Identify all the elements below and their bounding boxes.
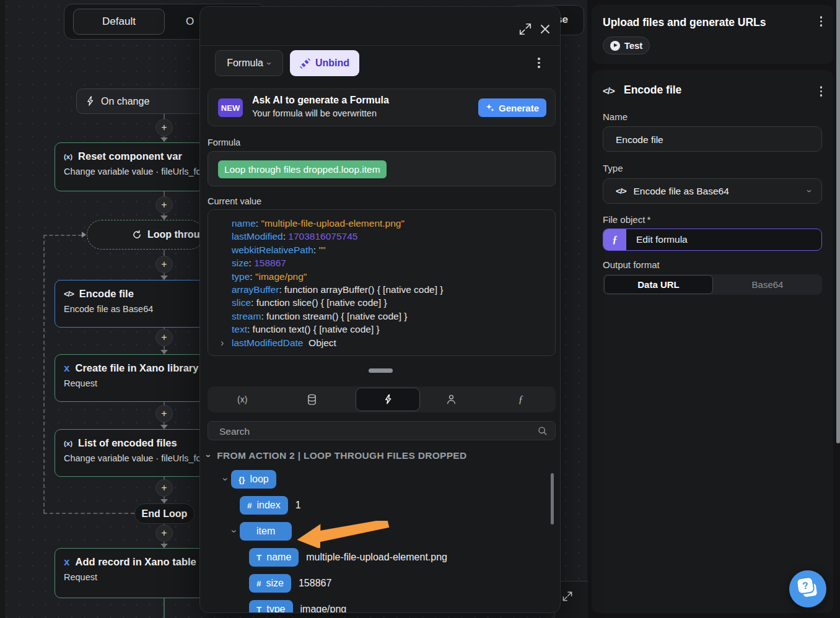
code-line: text: function text() { [native code] } [208, 323, 555, 336]
edit-formula-label: Edit formula [626, 229, 688, 250]
section-header[interactable]: › FROM ACTION 2 | LOOP THROUGH FILES DRO… [208, 450, 466, 461]
trigger-node-on-change[interactable]: On change [76, 89, 204, 114]
drag-handle[interactable] [369, 368, 393, 373]
lightning-icon [383, 394, 393, 406]
expand-icon[interactable] [561, 590, 574, 603]
required-mark: * [647, 214, 650, 225]
xano-icon: x [64, 557, 69, 567]
output-format-label: Output format [603, 259, 660, 270]
add-step-button[interactable]: + [155, 479, 173, 497]
search-icon [538, 426, 548, 436]
unplug-icon [300, 58, 310, 69]
node-reset-component-var[interactable]: (x) Reset component var Change variable … [55, 142, 204, 191]
binding-type-dropdown[interactable]: Formula › [215, 50, 283, 76]
connector-arrow [160, 215, 168, 220]
output-option-data-url[interactable]: Data URL [604, 275, 713, 294]
ai-banner: NEW Ask AI to generate a Formula Your fo… [208, 89, 556, 126]
loop-boundary [43, 235, 82, 236]
type-select[interactable]: </> Encode file as Base64 › [603, 178, 822, 204]
output-option-base64[interactable]: Base64 [713, 274, 822, 295]
node-subtitle: Encode file as Base64 [64, 304, 195, 314]
variable-icon: (x) [64, 440, 72, 447]
tab-user[interactable] [416, 386, 486, 412]
connector-arrow [160, 276, 168, 280]
action-title: Encode file [624, 84, 681, 97]
node-subtitle: Change variable value · fileUrls_fo [64, 167, 195, 176]
node-loop-through-files[interactable]: Loop through files drop [87, 220, 204, 250]
variable-pill-type[interactable]: Ttype [249, 600, 293, 613]
variable-pill-size[interactable]: #size [249, 574, 291, 593]
play-icon [610, 41, 620, 51]
tab-formulas[interactable]: ƒ [486, 386, 556, 412]
kebab-menu-icon[interactable] [820, 86, 823, 97]
node-encode-file[interactable]: </> Encode file Encode file as Base64 [55, 280, 204, 328]
source-tabbar: (x) ƒ [208, 386, 556, 412]
loop-boundary-arrow [82, 232, 86, 238]
tab-variables[interactable]: (x) [208, 386, 277, 412]
close-icon[interactable] [539, 23, 551, 35]
help-button[interactable]: ? [789, 570, 826, 607]
generate-label: Generate [499, 103, 539, 113]
code-icon: </> [616, 186, 626, 196]
search-input[interactable] [218, 422, 530, 441]
section-header-label: FROM ACTION 2 | LOOP THROUGH FILES DROPP… [217, 450, 466, 461]
function-icon: ƒ [518, 393, 524, 406]
tab-default[interactable]: Default [73, 9, 165, 35]
add-step-button[interactable]: + [155, 196, 173, 214]
add-step-button[interactable]: + [155, 524, 173, 542]
code-line: stream: function stream() { [native code… [208, 310, 555, 323]
code-line: arrayBuffer: function arrayBuffer() { [n… [208, 283, 555, 296]
variable-pill-index[interactable]: #index [240, 496, 288, 515]
refresh-icon [132, 230, 142, 240]
search-box [208, 421, 556, 440]
binding-type-label: Formula [227, 58, 263, 69]
current-value-label: Current value [208, 196, 261, 206]
code-line: type: "image/png" [208, 270, 555, 283]
tab-workflow-selected[interactable] [356, 388, 420, 411]
variable-pill-item[interactable]: item [240, 522, 292, 541]
current-value-block: name: "multiple-file-upload-element.png"… [208, 209, 556, 356]
chevron-down-icon: › [805, 189, 815, 193]
add-step-button[interactable]: + [155, 119, 173, 136]
node-title: Create file in Xano library [75, 362, 198, 374]
code-lines: name: "multiple-file-upload-element.png"… [208, 217, 555, 349]
tree-scrollbar[interactable] [551, 473, 554, 524]
workflow-card: Upload files and generate URLs Test [592, 5, 833, 64]
expand-modal-icon[interactable] [518, 22, 532, 36]
test-button[interactable]: Test [603, 37, 650, 54]
generate-button[interactable]: Generate [478, 98, 546, 117]
node-add-record-xano[interactable]: x Add record in Xano table Request [55, 548, 204, 598]
formula-icon: ƒ [603, 229, 626, 250]
add-step-button[interactable]: + [155, 256, 173, 273]
add-step-button[interactable]: + [155, 405, 173, 422]
kebab-menu-icon[interactable] [538, 58, 540, 68]
trigger-label: On change [101, 96, 149, 107]
variable-pill-loop[interactable]: {}loop [231, 470, 276, 489]
formula-input[interactable]: Loop through files dropped.loop.item [208, 151, 556, 186]
type-label: Type [603, 163, 623, 173]
type-value: Encode file as Base64 [634, 186, 729, 197]
kebab-menu-icon[interactable] [820, 16, 823, 27]
panel-scrollbar[interactable] [836, 0, 840, 443]
tab-partial[interactable]: O [186, 4, 194, 39]
edit-formula-button[interactable]: ƒ Edit formula [603, 228, 822, 251]
variable-pill-name[interactable]: Tname [249, 548, 299, 567]
unbind-button[interactable]: Unbind [290, 50, 359, 76]
formula-binding-pill[interactable]: Loop through files dropped.loop.item [218, 160, 387, 178]
tree-row: #size158867 [208, 574, 556, 593]
code-line: lastModified: 1703816075745 [208, 230, 555, 243]
name-input[interactable] [615, 127, 809, 152]
node-create-file-xano[interactable]: x Create file in Xano library Request [55, 354, 204, 402]
canvas-edge [0, 0, 5, 618]
node-list-encoded-files[interactable]: (x) List of encoded files Change variabl… [55, 429, 204, 477]
node-title: Encode file [79, 288, 134, 300]
add-step-button[interactable]: + [155, 329, 173, 346]
connector-arrow [160, 499, 168, 503]
tree: ›{}loop#index1›itemTnamemultiple-file-up… [208, 470, 556, 613]
connector-arrow [160, 137, 168, 142]
lightning-icon [85, 96, 95, 107]
tab-collections[interactable] [277, 386, 346, 412]
node-end-loop[interactable]: End Loop [134, 503, 195, 524]
tree-row: ›{}loop [208, 470, 556, 489]
database-icon [307, 394, 317, 406]
